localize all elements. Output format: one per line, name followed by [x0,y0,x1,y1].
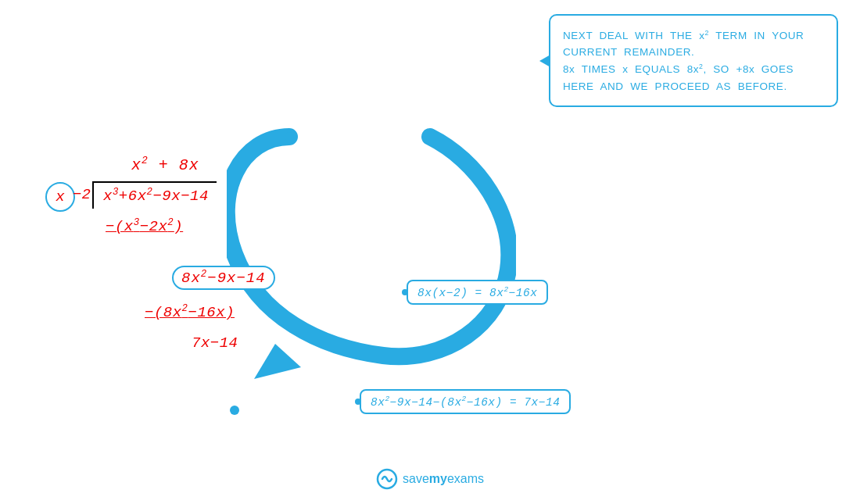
circled-remainder: 8x2−9x−14 [172,266,275,290]
savemyexams-icon [376,468,398,490]
svg-point-1 [285,132,294,141]
division-bracket-area: x3+6x2−9x−14 [92,181,217,209]
label-tag-2: 8x2−9x−14−(8x2−16x) = 7x−14 [360,389,571,414]
tooltip-text: NEXT DEAL WITH THE x2 TERM IN YOUR CURRE… [563,30,804,92]
logo-area: savemyexams [376,468,484,490]
quotient-display: x2 + 8x [131,155,199,174]
logo-text: savemyexams [403,472,484,486]
step1-subtract: −(x3−2x2) [106,217,183,237]
svg-marker-0 [254,344,301,379]
svg-point-2 [230,406,239,415]
step2-subtract: −(8x2−16x) [145,303,235,323]
step3-remainder: 7x−14 [192,334,238,352]
divisor-minus: −2 [73,186,91,203]
divisor-circle: x [45,182,75,212]
label-tag-1: 8x(x−2) = 8x2−16x [407,280,548,305]
tooltip-box: NEXT DEAL WITH THE x2 TERM IN YOUR CURRE… [549,14,838,107]
